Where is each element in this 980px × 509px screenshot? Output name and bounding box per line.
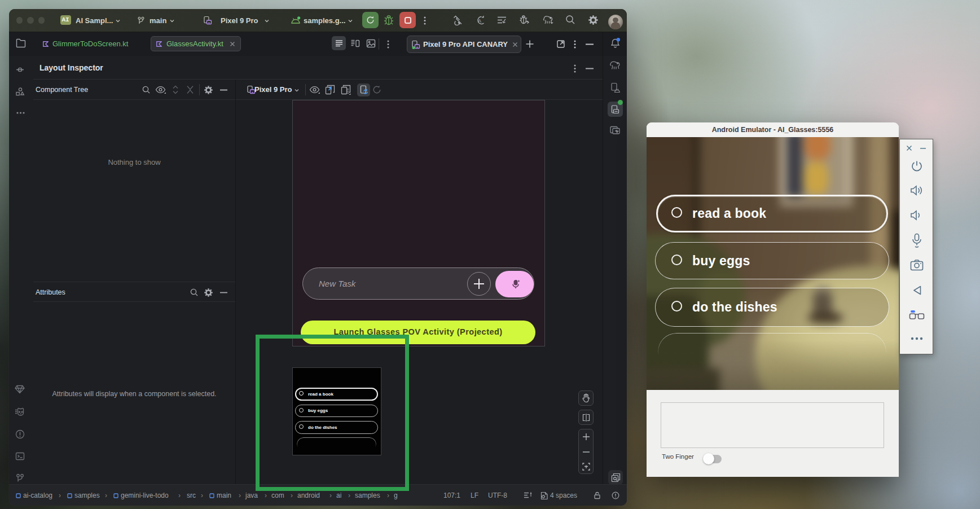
svg-text:A: A bbox=[478, 18, 481, 24]
